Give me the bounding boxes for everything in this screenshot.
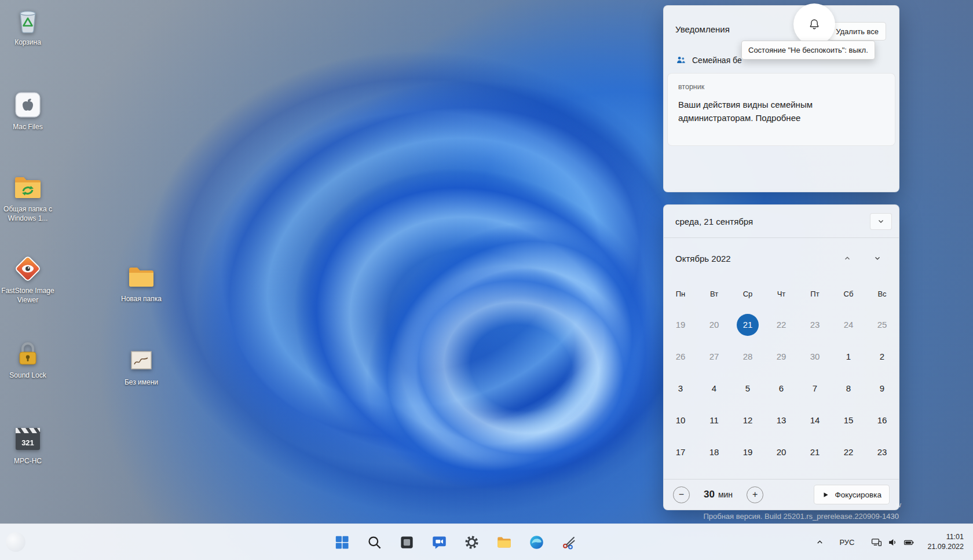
faststone-icon: [13, 254, 43, 284]
chevron-up-icon: [843, 254, 851, 262]
focus-minutes-value: 30 мин: [704, 489, 733, 500]
edge-button[interactable]: [524, 529, 549, 555]
calendar-collapse-button[interactable]: [870, 213, 892, 230]
file-explorer-button[interactable]: [491, 529, 517, 555]
desktop-icon-label: Sound Lock: [9, 371, 46, 380]
calendar-day-cell[interactable]: 19: [664, 309, 697, 341]
gear-icon: [464, 535, 480, 550]
calendar-day-cell[interactable]: 5: [731, 372, 765, 404]
taskbar-corner-logo: [6, 532, 25, 552]
desktop-icon-new-folder[interactable]: Новая папка: [114, 262, 169, 304]
family-safety-icon: [675, 54, 686, 65]
calendar-day-cell[interactable]: 6: [765, 372, 798, 404]
calendar-day-cell[interactable]: 13: [765, 404, 798, 436]
calendar-day-cell[interactable]: 20: [697, 309, 731, 341]
weekday-label: Вс: [865, 283, 899, 304]
calendar-day-cell[interactable]: 21: [798, 436, 832, 468]
notification-card[interactable]: вторник Ваши действия видны семейным адм…: [667, 73, 895, 146]
calendar-day-cell[interactable]: 2: [865, 341, 899, 372]
desktop-icon-sound-lock[interactable]: Sound Lock: [0, 338, 56, 380]
calendar-month-header[interactable]: Октябрь 2022: [675, 254, 731, 263]
windows-start-icon: [334, 535, 350, 550]
task-view-button[interactable]: [394, 529, 419, 555]
plus-icon: +: [752, 489, 758, 500]
do-not-disturb-button[interactable]: [793, 3, 835, 45]
calendar-day-cell[interactable]: 26: [664, 341, 697, 372]
desktop-icon-shared-folder[interactable]: Общая папка с Windows 1...: [0, 172, 56, 223]
calendar-day-cell[interactable]: 10: [664, 404, 697, 436]
settings-button[interactable]: [459, 529, 484, 555]
focus-minutes-decrease-button[interactable]: −: [673, 486, 690, 503]
desktop-screen: Корзина Mac Files Общая папка с Windows …: [0, 0, 973, 560]
calendar-day-cell[interactable]: 8: [832, 372, 865, 404]
weekday-label: Чт: [765, 283, 798, 304]
calendar-day-cell[interactable]: 30: [798, 341, 832, 372]
clear-all-button[interactable]: Удалить все: [828, 22, 886, 41]
calendar-day-cell[interactable]: 27: [697, 341, 731, 372]
search-icon: [367, 535, 382, 550]
desktop-icon-label: MPC-HC: [14, 457, 42, 466]
calendar-day-cell[interactable]: 11: [697, 404, 731, 436]
calendar-day-cell[interactable]: 25: [865, 309, 899, 341]
calendar-day-cell[interactable]: 15: [832, 404, 865, 436]
chevron-down-icon: [873, 254, 881, 262]
focus-minutes-number: 30: [704, 489, 715, 500]
tray-status-icons[interactable]: [866, 533, 920, 551]
desktop-icon-recycle-bin[interactable]: Корзина: [0, 5, 56, 47]
calendar-day-cell[interactable]: 17: [664, 436, 697, 468]
focus-minutes-increase-button[interactable]: +: [747, 486, 763, 503]
focus-start-button[interactable]: Фокусировка: [814, 485, 890, 504]
calendar-day-cell[interactable]: 14: [798, 404, 832, 436]
calendar-day-cell[interactable]: 9: [865, 372, 899, 404]
calendar-day-cell[interactable]: 23: [798, 309, 832, 341]
language-indicator[interactable]: РУС: [835, 535, 858, 550]
calendar-day-cell[interactable]: 23: [865, 436, 899, 468]
calendar-day-cell[interactable]: 3: [664, 372, 697, 404]
calendar-day-cell[interactable]: 4: [697, 372, 731, 404]
calendar-weekday-row: Пн Вт Ср Чт Пт Сб Вс: [664, 283, 899, 304]
snipping-tool-icon: [561, 535, 577, 550]
dnd-tooltip: Состояние "Не беспокоить": выкл.: [741, 41, 875, 60]
search-button[interactable]: [361, 529, 387, 555]
calendar-day-cell[interactable]: 16: [865, 404, 899, 436]
clock-time: 11:01: [927, 532, 964, 542]
calendar-day-cell[interactable]: 19: [731, 436, 765, 468]
desktop-icon-untitled-image[interactable]: Без имени: [114, 345, 169, 387]
desktop-icon-faststone[interactable]: FastStone Image Viewer: [0, 254, 56, 305]
calendar-day-cell[interactable]: 20: [765, 436, 798, 468]
battery-icon: [904, 537, 915, 548]
notification-group-family-safety[interactable]: Семейная бе: [675, 54, 742, 65]
calendar-day-cell[interactable]: 7: [798, 372, 832, 404]
calendar-day-cell[interactable]: 24: [832, 309, 865, 341]
notifications-title: Уведомления: [675, 24, 730, 34]
calendar-day-cell[interactable]: 28: [731, 341, 765, 372]
focus-minutes-unit: мин: [718, 490, 733, 499]
calendar-day-cell[interactable]: 12: [731, 404, 765, 436]
weekday-label: Вт: [697, 283, 731, 304]
calendar-header: среда, 21 сентября: [664, 205, 899, 238]
build-watermark: Пробная версия. Build 25201.rs_prereleas…: [703, 512, 899, 521]
calendar-day-cell[interactable]: 29: [765, 341, 798, 372]
calendar-date-header: среда, 21 сентября: [675, 217, 753, 226]
calendar-day-cell[interactable]: 18: [697, 436, 731, 468]
calendar-day-cell[interactable]: 22: [765, 309, 798, 341]
chat-button[interactable]: [426, 529, 452, 555]
taskbar: РУС 11:01 21.09.2022: [0, 524, 973, 560]
calendar-day-cell[interactable]: 22: [832, 436, 865, 468]
calendar-day-cell[interactable]: 1: [832, 341, 865, 372]
chat-icon: [431, 535, 447, 550]
desktop-icon-mac-files[interactable]: Mac Files: [0, 90, 56, 132]
taskbar-system-tray: РУС 11:01 21.09.2022: [811, 524, 967, 560]
desktop-icon-mpc-hc[interactable]: 321 MPC-HC: [0, 424, 56, 466]
calendar-next-month-button[interactable]: [871, 252, 884, 265]
calendar-day-cell-selected[interactable]: 21: [731, 309, 765, 341]
hidden-icons-button[interactable]: [811, 534, 828, 550]
play-icon: [822, 491, 829, 499]
calendar-prev-month-button[interactable]: [841, 252, 854, 265]
start-button[interactable]: [329, 529, 354, 555]
taskbar-clock[interactable]: 11:01 21.09.2022: [927, 532, 967, 552]
cast-device-icon: [871, 537, 882, 548]
notification-group-label: Семейная бе: [692, 56, 742, 65]
desktop-icon-label: Общая папка с Windows 1...: [0, 205, 56, 223]
snipping-tool-button[interactable]: [556, 529, 581, 555]
